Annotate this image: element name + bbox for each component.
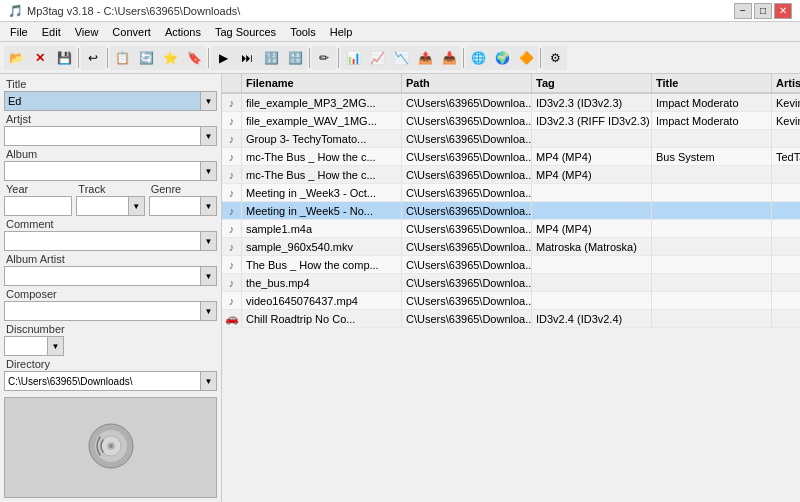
toolbar-btn-6[interactable]: ⏭ (235, 46, 259, 70)
toolbar-btn-14[interactable]: 📥 (437, 46, 461, 70)
discnumber-dropdown[interactable]: ▼ (48, 336, 64, 356)
toolbar-btn-13[interactable]: 📤 (413, 46, 437, 70)
toolbar-btn-15[interactable]: 🌐 (466, 46, 490, 70)
close-button[interactable]: ✕ (774, 3, 792, 19)
toolbar-btn-9[interactable]: ✏ (312, 46, 336, 70)
col-header-title[interactable]: Title (652, 74, 772, 92)
col-header-artist[interactable]: Artist (772, 74, 800, 92)
toolbar-btn-2[interactable]: 🔄 (134, 46, 158, 70)
table-row[interactable]: ♪ video1645076437.mp4 C\Users\63965\Down… (222, 292, 800, 310)
track-input[interactable] (76, 196, 128, 216)
directory-dropdown[interactable]: ▼ (201, 371, 217, 391)
table-row[interactable]: ♪ sample1.m4a C\Users\63965\Downloa... M… (222, 220, 800, 238)
toolbar-btn-5[interactable]: ▶ (211, 46, 235, 70)
album-artist-input[interactable] (4, 266, 201, 286)
toolbar-btn-10[interactable]: 📊 (341, 46, 365, 70)
music-icon: ♪ (229, 277, 235, 289)
toolbar-btn-8[interactable]: 🔠 (283, 46, 307, 70)
table-row[interactable]: ♪ the_bus.mp4 C\Users\63965\Downloa... (222, 274, 800, 292)
col-header-tag[interactable]: Tag (532, 74, 652, 92)
file-title-cell (652, 184, 772, 201)
table-row[interactable]: ♪ file_example_WAV_1MG... C\Users\63965\… (222, 112, 800, 130)
table-row[interactable]: ♪ Meeting in _Week5 - No... C\Users\6396… (222, 202, 800, 220)
table-row[interactable]: ♪ sample_960x540.mkv C\Users\63965\Downl… (222, 238, 800, 256)
album-dropdown[interactable]: ▼ (201, 161, 217, 181)
table-row[interactable]: ♪ Meeting in _Week3 - Oct... C\Users\639… (222, 184, 800, 202)
file-artist-cell (772, 130, 800, 147)
file-name-cell: sample1.m4a (242, 220, 402, 237)
track-dropdown[interactable]: ▼ (129, 196, 145, 216)
composer-label: Composer (4, 288, 217, 300)
album-field-group: Album ▼ (4, 148, 217, 181)
file-artist-cell (772, 310, 800, 327)
track-field-group: Track ▼ (76, 183, 144, 216)
directory-label: Directory (4, 358, 217, 370)
menu-view[interactable]: View (69, 24, 105, 40)
menu-edit[interactable]: Edit (36, 24, 67, 40)
file-icon-cell: ♪ (222, 202, 242, 219)
toolbar-btn-12[interactable]: 📉 (389, 46, 413, 70)
table-row[interactable]: ♪ mc-The Bus _ How the c... C\Users\6396… (222, 148, 800, 166)
title-dropdown[interactable]: ▼ (201, 91, 217, 111)
file-tag-cell: MP4 (MP4) (532, 166, 652, 183)
toolbar: 📂 ✕ 💾 ↩ 📋 🔄 ⭐ 🔖 ▶ ⏭ 🔢 🔠 ✏ 📊 📈 📉 📤 📥 🌐 🌍 … (0, 42, 800, 74)
main-layout: Title ▼ Artjst ▼ Album ▼ Year (0, 74, 800, 502)
album-input[interactable] (4, 161, 201, 181)
file-tag-cell (532, 256, 652, 273)
toolbar-btn-1[interactable]: 📋 (110, 46, 134, 70)
col-header-icon[interactable] (222, 74, 242, 92)
file-icon-cell: ♪ (222, 94, 242, 111)
window-controls: − □ ✕ (734, 3, 792, 19)
col-header-filename[interactable]: Filename (242, 74, 402, 92)
toolbar-btn-7[interactable]: 🔢 (259, 46, 283, 70)
menu-tools[interactable]: Tools (284, 24, 322, 40)
toolbar-btn-3[interactable]: ⭐ (158, 46, 182, 70)
comment-dropdown[interactable]: ▼ (201, 231, 217, 251)
file-title-cell: Bus System (652, 148, 772, 165)
comment-input[interactable] (4, 231, 201, 251)
genre-label: Genre (149, 183, 217, 195)
year-input[interactable] (4, 196, 72, 216)
toolbar-btn-17[interactable]: 🔶 (514, 46, 538, 70)
maximize-button[interactable]: □ (754, 3, 772, 19)
composer-input[interactable] (4, 301, 201, 321)
file-name-cell: Meeting in _Week5 - No... (242, 202, 402, 219)
menu-help[interactable]: Help (324, 24, 359, 40)
menu-tag-sources[interactable]: Tag Sources (209, 24, 282, 40)
save-button[interactable]: 💾 (52, 46, 76, 70)
discnumber-field-group: Discnumber ▼ (4, 323, 217, 356)
artist-input[interactable] (4, 126, 201, 146)
table-row[interactable]: 🚗 Chill Roadtrip No Co... C\Users\63965\… (222, 310, 800, 328)
open-button[interactable]: 📂 (4, 46, 28, 70)
artist-dropdown[interactable]: ▼ (201, 126, 217, 146)
file-path-cell: C\Users\63965\Downloa... (402, 130, 532, 147)
year-field-group: Year (4, 183, 72, 216)
file-icon-cell: ♪ (222, 274, 242, 291)
album-artist-dropdown[interactable]: ▼ (201, 266, 217, 286)
table-row[interactable]: ♪ mc-The Bus _ How the c... C\Users\6396… (222, 166, 800, 184)
remove-button[interactable]: ✕ (28, 46, 52, 70)
undo-button[interactable]: ↩ (81, 46, 105, 70)
discnumber-input[interactable] (4, 336, 48, 356)
genre-dropdown[interactable]: ▼ (201, 196, 217, 216)
table-row[interactable]: ♪ The Bus _ How the comp... C\Users\6396… (222, 256, 800, 274)
toolbar-btn-4[interactable]: 🔖 (182, 46, 206, 70)
file-tag-cell: MP4 (MP4) (532, 148, 652, 165)
menu-actions[interactable]: Actions (159, 24, 207, 40)
table-row[interactable]: ♪ Group 3- TechyTomato... C\Users\63965\… (222, 130, 800, 148)
toolbar-settings[interactable]: ⚙ (543, 46, 567, 70)
directory-input[interactable] (4, 371, 201, 391)
menu-convert[interactable]: Convert (106, 24, 157, 40)
menu-file[interactable]: File (4, 24, 34, 40)
minimize-button[interactable]: − (734, 3, 752, 19)
file-artist-cell (772, 238, 800, 255)
toolbar-btn-16[interactable]: 🌍 (490, 46, 514, 70)
table-row[interactable]: ♪ file_example_MP3_2MG... C\Users\63965\… (222, 94, 800, 112)
genre-input[interactable] (149, 196, 201, 216)
file-path-cell: C\Users\63965\Downloa... (402, 94, 532, 111)
col-header-path[interactable]: Path (402, 74, 532, 92)
title-input[interactable] (4, 91, 201, 111)
composer-dropdown[interactable]: ▼ (201, 301, 217, 321)
file-tag-cell: MP4 (MP4) (532, 220, 652, 237)
toolbar-btn-11[interactable]: 📈 (365, 46, 389, 70)
